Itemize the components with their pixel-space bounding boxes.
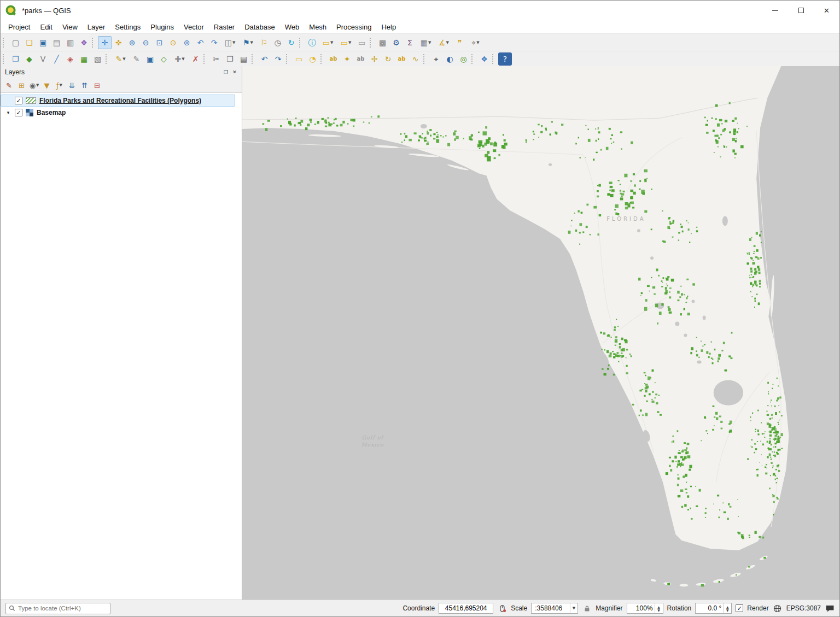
spin-down-icon[interactable]: ▼ (657, 609, 660, 612)
refresh-map-button[interactable]: ↻ (284, 36, 298, 49)
layer-labeling-button[interactable]: ▭ (292, 52, 306, 66)
undo-button[interactable]: ↶ (258, 52, 271, 66)
select-by-value-button[interactable]: ▭▼ (337, 36, 355, 49)
toggle-editing-button[interactable]: ✎ (130, 52, 143, 66)
mouse-extent-toggle-icon[interactable] (497, 603, 507, 613)
expand-all-button[interactable]: ⇊ (66, 79, 78, 91)
toolbar-handle[interactable] (203, 54, 208, 64)
zoom-to-selection-button[interactable]: ⊙ (166, 36, 180, 49)
data-source-manager-button[interactable]: ❐ (9, 52, 22, 66)
add-raster-layer-button[interactable]: ▦ (77, 52, 91, 66)
toolbar-handle[interactable] (286, 54, 290, 64)
toolbar-handle[interactable] (92, 38, 96, 48)
minimize-button[interactable] (762, 1, 788, 20)
layer-item-florida-parks-and-recreation[interactable]: ✓Florida Parks and Recreational Faciliti… (1, 95, 235, 107)
spin-up-icon[interactable]: ▲ (726, 606, 729, 608)
collapse-all-button[interactable]: ⇈ (78, 79, 91, 91)
filter-by-expression-button[interactable]: ƒ▼ (53, 79, 66, 91)
plugin-builder-button[interactable]: ❖ (477, 52, 491, 66)
crs-globe-icon[interactable] (773, 603, 783, 613)
menu-web[interactable]: Web (280, 21, 305, 33)
show-bookmarks-button[interactable]: ⚑▼ (239, 36, 257, 49)
map-canvas[interactable]: FLORIDA Gulf of Mexico (242, 66, 839, 600)
spinner-arrows[interactable]: ▲▼ (655, 603, 663, 613)
locate-input[interactable] (18, 605, 107, 612)
osm-place-search-button[interactable]: ⌖▼ (466, 36, 485, 49)
manage-map-themes-button[interactable]: ◉▼ (28, 79, 40, 91)
curved-label-button[interactable]: ∿ (409, 52, 422, 66)
menu-processing[interactable]: Processing (331, 21, 376, 33)
menu-vector[interactable]: Vector (179, 21, 209, 33)
delete-selected-button[interactable]: ✗ (189, 52, 202, 66)
temporal-controller-button[interactable]: ◷ (271, 36, 284, 49)
float-panel-button[interactable]: ❐ (221, 68, 230, 77)
paste-features-button[interactable]: ▤ (237, 52, 250, 66)
add-mesh-layer-button[interactable]: ▧ (91, 52, 104, 66)
show-hidden-labels-button[interactable]: ab (354, 52, 368, 66)
new-geopackage-layer-button[interactable]: ◆ (22, 52, 36, 66)
remove-layer-button[interactable]: ⊟ (91, 79, 103, 91)
save-layer-edits-button[interactable]: ▣ (143, 52, 157, 66)
zoom-last-button[interactable]: ↶ (194, 36, 207, 49)
redo-button[interactable]: ↷ (271, 52, 285, 66)
move-label-button[interactable]: ✢ (368, 52, 381, 66)
messages-icon[interactable] (825, 603, 835, 613)
toolbar-handle[interactable] (3, 38, 7, 48)
layer-visibility-checkbox[interactable]: ✓ (15, 109, 22, 116)
map-themes-plugin-button[interactable]: ◎ (457, 52, 470, 66)
show-layout-manager-button[interactable]: ▥ (63, 36, 77, 49)
new-shapefile-layer-button[interactable]: V (36, 52, 50, 66)
cut-features-button[interactable]: ✂ (209, 52, 223, 66)
menu-project[interactable]: Project (3, 21, 35, 33)
new-virtual-layer-button[interactable]: ╱ (50, 52, 63, 66)
magnifier-spinbox[interactable]: ▲▼ (627, 603, 663, 614)
locate-search-box[interactable] (5, 603, 110, 614)
pin-unpin-labels-button[interactable]: ✦ (340, 52, 354, 66)
menu-settings[interactable]: Settings (110, 21, 145, 33)
vertex-tool-button[interactable]: ✚▼ (171, 52, 189, 66)
spinner-arrows[interactable]: ▲▼ (723, 603, 731, 613)
layer-diagram-button[interactable]: ◔ (306, 52, 319, 66)
toolbar-handle[interactable] (3, 54, 7, 64)
zoom-full-button[interactable]: ⊡ (153, 36, 166, 49)
copy-features-button[interactable]: ❐ (223, 52, 237, 66)
menu-help[interactable]: Help (376, 21, 401, 33)
menu-mesh[interactable]: Mesh (304, 21, 331, 33)
open-layer-styling-button[interactable]: ✎ (3, 79, 15, 91)
layer-item-basemap[interactable]: ▾✓Basemap (1, 107, 242, 119)
identify-features-button[interactable]: ⓘ (305, 36, 319, 49)
style-manager-button[interactable]: ❖ (77, 36, 91, 49)
help-button[interactable]: ? (498, 52, 512, 66)
toolbar-handle[interactable] (423, 54, 428, 64)
toolbar-handle[interactable] (299, 38, 304, 48)
zoom-to-layer-button[interactable]: ⊚ (180, 36, 194, 49)
menu-plugins[interactable]: Plugins (145, 21, 179, 33)
magnifier-input[interactable] (627, 603, 655, 613)
attribute-table-button[interactable]: ▦▼ (417, 36, 435, 49)
toolbar-handle[interactable] (320, 54, 325, 64)
search-plugin-button[interactable]: ⌖ (429, 52, 443, 66)
maximize-button[interactable] (788, 1, 814, 20)
new-bookmark-button[interactable]: ⚐ (257, 36, 271, 49)
add-vector-layer-button[interactable]: ◈ (63, 52, 77, 66)
measure-line-button[interactable]: ∡▼ (435, 36, 453, 49)
map-tips-button[interactable]: ❞ (453, 36, 466, 49)
open-project-button[interactable]: ❏ (22, 36, 36, 49)
pan-map-button[interactable]: ✛ (98, 36, 112, 49)
pan-to-selection-button[interactable]: ✜ (112, 36, 125, 49)
menu-view[interactable]: View (57, 21, 83, 33)
statistical-summary-button[interactable]: Σ (403, 36, 417, 49)
new-project-button[interactable]: ▢ (9, 36, 22, 49)
lock-scale-icon[interactable] (582, 603, 592, 613)
zoom-in-button[interactable]: ⊕ (125, 36, 139, 49)
close-button[interactable]: ✕ (814, 1, 839, 20)
deselect-features-button[interactable]: ▭ (355, 36, 369, 49)
select-features-button[interactable]: ▭▼ (319, 36, 337, 49)
toolbar-handle[interactable] (106, 54, 110, 64)
rotate-label-button[interactable]: ↻ (381, 52, 395, 66)
menu-edit[interactable]: Edit (35, 21, 57, 33)
toolbar-handle[interactable] (252, 54, 256, 64)
filter-legend-button[interactable]: ▼ (40, 79, 53, 91)
change-label-button[interactable]: ab (395, 52, 409, 66)
layer-visibility-checkbox[interactable]: ✓ (15, 97, 22, 104)
